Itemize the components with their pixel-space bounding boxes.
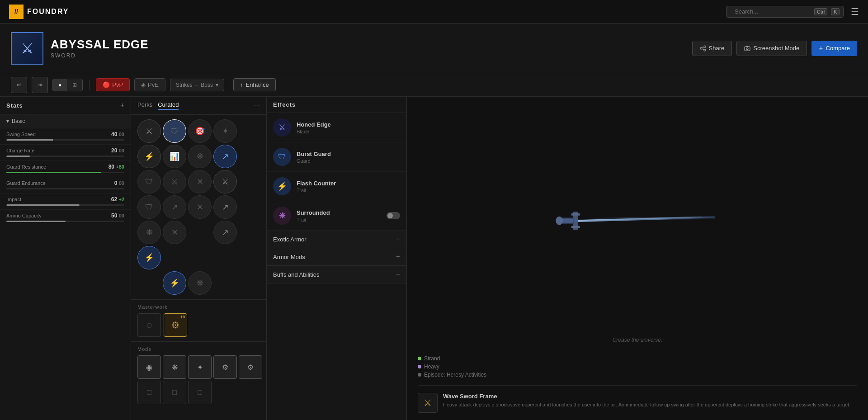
- perk-slot[interactable]: ✕: [163, 221, 186, 244]
- effect-burst-guard[interactable]: 🛡 Burst Guard Guard: [267, 142, 406, 172]
- perks-panel: Perks Curated ⋯ ⚔ 🛡 🎯 ✦ ⚡ 📊 ❋ ↗ 🛡 ⚔ ✕ ⚔ …: [131, 97, 267, 420]
- tab-curated[interactable]: Curated: [158, 101, 179, 110]
- svg-rect-7: [745, 47, 750, 51]
- exotic-armor-header[interactable]: Exotic Armor +: [267, 231, 406, 248]
- buffs-title: Buffs and Abilities: [273, 271, 319, 278]
- perk-slot[interactable]: ↗: [213, 145, 237, 168]
- compare-button[interactable]: + Compare: [811, 41, 857, 56]
- perk-slot[interactable]: ❋: [188, 145, 212, 168]
- masterwork-section: Masterwork ○ 10 ⚙: [131, 299, 266, 341]
- perk-slot[interactable]: ⚡: [163, 271, 186, 295]
- mod-slot[interactable]: ✦: [188, 355, 212, 379]
- perk-slot[interactable]: ⚔: [163, 170, 186, 193]
- item-header: ABYSSAL EDGE SWORD Share Screenshot Mode…: [0, 24, 868, 73]
- weapon-tag-heavy: Heavy: [418, 363, 857, 370]
- strand-dot: [418, 357, 421, 360]
- weapon-tag-strand: Strand: [418, 355, 857, 362]
- perk-slot[interactable]: 🎯: [188, 119, 212, 143]
- perk-slot[interactable]: 🛡: [137, 170, 161, 193]
- item-name: ABYSSAL EDGE: [51, 38, 685, 52]
- stat-swing-speed: Swing Speed 40 00: [0, 128, 131, 145]
- search-shortcut-ctrl: Ctrl: [814, 8, 827, 15]
- right-panel: Crease the universe. Strand Heavy Episod…: [407, 97, 868, 420]
- logo[interactable]: // FOUNDRY: [9, 5, 69, 19]
- search-input[interactable]: [735, 8, 811, 15]
- perk-slot[interactable]: ❋: [188, 271, 212, 295]
- perk-slot[interactable]: ↗: [213, 195, 237, 219]
- exotic-armor-section: Exotic Armor +: [267, 231, 406, 248]
- weapon-meta: Strand Heavy Episode: Heresy Activities …: [407, 348, 868, 420]
- mode-grid-button[interactable]: ⊞: [67, 79, 82, 91]
- mod-slot[interactable]: ❋: [163, 355, 186, 379]
- svg-point-8: [746, 47, 748, 49]
- svg-point-2: [704, 46, 706, 47]
- perk-slot[interactable]: ✦: [213, 119, 237, 143]
- perk-slot[interactable]: ⚡: [137, 145, 161, 168]
- enhance-button[interactable]: ↑ Enhance: [233, 78, 276, 91]
- armor-mods-header[interactable]: Armor Mods +: [267, 248, 406, 265]
- stats-panel: Stats + ▾ Basic Swing Speed 40 00 Charge…: [0, 97, 131, 420]
- pvp-button[interactable]: 🔴 PvP: [96, 78, 130, 91]
- undo-button[interactable]: ↩: [11, 77, 27, 93]
- effect-surrounded[interactable]: ❋ Surrounded Trait: [267, 201, 406, 231]
- honed-edge-icon: ⚔: [273, 118, 291, 137]
- buffs-section: Buffs and Abilities +: [267, 266, 406, 283]
- effect-flash-counter[interactable]: ⚡ Flash Counter Trait: [267, 172, 406, 201]
- perk-slot[interactable]: ✕: [188, 195, 212, 219]
- burst-guard-icon: 🛡: [273, 148, 291, 166]
- search-bar[interactable]: Ctrl K: [726, 6, 844, 18]
- main-layout: Stats + ▾ Basic Swing Speed 40 00 Charge…: [0, 97, 868, 420]
- effect-honed-edge[interactable]: ⚔ Honed Edge Blade: [267, 113, 406, 142]
- perk-slot[interactable]: ⚔: [137, 119, 161, 143]
- episode-dot: [418, 373, 421, 377]
- perk-slot[interactable]: 🛡: [137, 195, 161, 219]
- mods-label: Mods: [137, 346, 260, 352]
- mod-slot-empty[interactable]: □: [188, 381, 212, 404]
- screenshot-button[interactable]: Screenshot Mode: [736, 41, 807, 56]
- hamburger-menu-icon[interactable]: ☰: [851, 6, 859, 17]
- exotic-armor-add-icon[interactable]: +: [396, 235, 400, 243]
- perk-slot[interactable]: 📊: [163, 145, 186, 168]
- mode-dot-button[interactable]: ●: [53, 79, 67, 91]
- weapon-image: [552, 191, 723, 254]
- pve-button[interactable]: ◈ PvE: [134, 78, 165, 91]
- masterwork-slots: ○ 10 ⚙: [137, 313, 260, 337]
- redo-button[interactable]: ⇥: [32, 77, 48, 93]
- mod-slot-empty[interactable]: □: [137, 381, 161, 404]
- weapon-preview: Crease the universe.: [407, 97, 868, 348]
- stats-basic-section[interactable]: ▾ Basic: [0, 114, 131, 128]
- perk-slot[interactable]: 🛡: [163, 119, 186, 143]
- perks-header: Perks Curated ⋯: [131, 97, 266, 115]
- weapon-svg: [552, 191, 723, 254]
- buffs-header[interactable]: Buffs and Abilities +: [267, 266, 406, 283]
- stats-title: Stats: [6, 102, 23, 109]
- effects-header: Effects: [267, 97, 406, 113]
- stats-add-button[interactable]: +: [120, 101, 124, 109]
- tab-perks[interactable]: Perks: [137, 101, 152, 110]
- item-title-block: ABYSSAL EDGE SWORD: [51, 38, 685, 59]
- perk-slot[interactable]: ⚡: [137, 246, 161, 269]
- exotic-armor-title: Exotic Armor: [273, 236, 307, 243]
- armor-mods-add-icon[interactable]: +: [396, 253, 400, 261]
- mod-slot[interactable]: ◉: [137, 355, 161, 379]
- perk-slot[interactable]: ↗: [163, 195, 186, 219]
- perk-slot[interactable]: ✕: [188, 170, 212, 193]
- mod-slot[interactable]: ⚙: [239, 355, 262, 379]
- frame-icon: ⚔: [418, 393, 438, 413]
- perks-menu-button[interactable]: ⋯: [254, 102, 260, 109]
- armor-mods-section: Armor Mods +: [267, 248, 406, 266]
- perk-slot[interactable]: ↗: [213, 221, 237, 244]
- item-icon: [11, 32, 43, 65]
- masterwork-slot-active[interactable]: 10 ⚙: [164, 313, 187, 337]
- toolbar-divider: [89, 80, 90, 90]
- perk-slot[interactable]: ⚔: [213, 170, 237, 193]
- svg-marker-20: [560, 216, 715, 222]
- mod-slot[interactable]: ⚙: [213, 355, 237, 379]
- mod-slot-empty[interactable]: □: [163, 381, 186, 404]
- buffs-add-icon[interactable]: +: [396, 270, 400, 278]
- perk-slot[interactable]: ❋: [137, 221, 161, 244]
- activity-filter[interactable]: Strikes – Boss ▾: [170, 79, 224, 91]
- share-button[interactable]: Share: [692, 41, 732, 56]
- surrounded-toggle[interactable]: [387, 212, 400, 219]
- masterwork-slot-empty[interactable]: ○: [137, 313, 161, 337]
